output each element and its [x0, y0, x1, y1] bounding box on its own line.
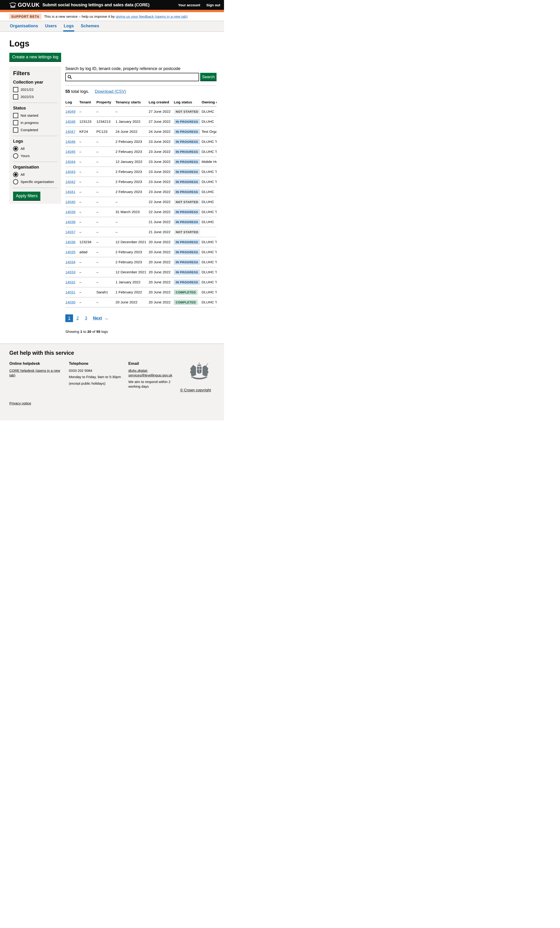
govuk-logo[interactable]: GOV.UK — [9, 2, 40, 8]
search-input[interactable] — [65, 73, 199, 81]
download-csv-link[interactable]: Download (CSV) — [95, 89, 126, 94]
log-link[interactable]: 14049 — [65, 110, 75, 113]
nav-tab-logs[interactable]: Logs — [63, 21, 74, 32]
checkbox[interactable] — [13, 113, 18, 118]
log-link[interactable]: 14040 — [65, 200, 75, 204]
cell-tenant: KF24 — [79, 127, 96, 137]
status-badge: IN PROGRESS — [174, 259, 200, 265]
filter-option-2021-22[interactable]: 2021/22 — [13, 87, 57, 92]
pagination-page-2[interactable]: 2 — [74, 314, 81, 322]
radio-button[interactable] — [13, 179, 18, 185]
table-row: 14043––2 February 202323 June 2022IN PRO… — [65, 167, 217, 177]
table-row: 14046––2 February 202323 June 2022IN PRO… — [65, 137, 217, 147]
phase-banner-text-before: This is a new service – help us improve … — [44, 14, 116, 18]
table-row: 14037–––21 June 2022NOT STARTED — [65, 227, 217, 237]
log-link[interactable]: 14039 — [65, 210, 75, 214]
footer-line: Monday to Friday, 9am to 5:30pm — [69, 375, 124, 379]
log-link[interactable]: 14043 — [65, 170, 75, 174]
pagination-page-3[interactable]: 3 — [82, 314, 90, 322]
filter-group-label-status: Status — [13, 106, 57, 111]
filter-option-all[interactable]: All — [13, 172, 57, 177]
crown-copyright-link[interactable]: © Crown copyright — [180, 388, 211, 392]
header-account-nav: Your accountSign out — [178, 3, 220, 7]
log-link[interactable]: 14035 — [65, 250, 75, 254]
log-link[interactable]: 14047 — [65, 130, 75, 133]
cell-log: 14035 — [65, 247, 79, 257]
log-link[interactable]: 14045 — [65, 150, 75, 154]
pagination-next-link[interactable]: Next — [93, 316, 102, 321]
cell-owning-organisation: DLUHC Test — [201, 247, 217, 257]
cell-log-created: 20 June 2022 — [149, 257, 174, 267]
logs-table-wrapper: LogTenantPropertyTenancy startsLog creat… — [65, 98, 217, 307]
footer-link-online-helpdesk[interactable]: CORE helpdesk (opens in a new tab) — [9, 369, 60, 377]
filter-option-completed[interactable]: Completed — [13, 127, 57, 133]
total-logs-suffix: total logs. — [70, 89, 89, 94]
privacy-notice-link[interactable]: Privacy notice — [9, 401, 31, 405]
checkbox[interactable] — [13, 120, 18, 125]
cell-property: 1234213 — [96, 117, 116, 127]
table-row: 14045––2 February 202323 June 2022IN PRO… — [65, 147, 217, 157]
log-link[interactable]: 14031 — [65, 290, 75, 294]
filter-option-2022-23[interactable]: 2022/23 — [13, 94, 57, 99]
filter-option-not-started[interactable]: Not started — [13, 113, 57, 118]
footer-line: CORE helpdesk (opens in a new tab) — [9, 368, 64, 378]
cell-log: 14036 — [65, 237, 79, 247]
service-name[interactable]: Submit social housing lettings and sales… — [43, 3, 150, 8]
log-link[interactable]: 14032 — [65, 280, 75, 284]
cell-owning-organisation: DLUHC Test — [201, 267, 217, 277]
log-link[interactable]: 14034 — [65, 260, 75, 264]
nav-tab-users[interactable]: Users — [44, 21, 57, 32]
cell-log-created: 23 June 2022 — [149, 167, 174, 177]
log-link[interactable]: 14037 — [65, 230, 75, 234]
nav-tab-schemes[interactable]: Schemes — [80, 21, 100, 32]
cell-tenant: – — [79, 257, 96, 267]
cell-owning-organisation: DLUHC Test — [201, 167, 217, 177]
cell-owning-organisation: DLUHC Test — [201, 147, 217, 157]
cell-log-created: 24 June 2022 — [149, 127, 174, 137]
cell-property: – — [96, 137, 116, 147]
log-link[interactable]: 14042 — [65, 180, 75, 184]
checkbox[interactable] — [13, 94, 18, 99]
log-link[interactable]: 14038 — [65, 220, 75, 224]
cell-tenancy-starts: 2 February 2023 — [116, 187, 149, 197]
create-lettings-log-button[interactable]: Create a new lettings log — [9, 53, 61, 61]
cell-log-status: COMPLETED — [174, 298, 201, 307]
filter-option-specific-organisation[interactable]: Specific organisation — [13, 179, 57, 185]
apply-filters-button[interactable]: Apply filters — [13, 192, 40, 200]
checkbox[interactable] — [13, 87, 18, 92]
filter-option-yours[interactable]: Yours — [13, 153, 57, 159]
header-link-sign-out[interactable]: Sign out — [206, 3, 220, 7]
cell-log-created: 21 June 2022 — [149, 217, 174, 227]
column-header-log-created: Log created — [149, 98, 174, 107]
filters-heading: Filters — [13, 70, 57, 76]
log-link[interactable]: 14033 — [65, 270, 75, 274]
cell-tenancy-starts: 2 February 2023 — [116, 167, 149, 177]
main-content: Logs Create a new lettings log Filters C… — [0, 39, 224, 334]
radio-button[interactable] — [13, 153, 18, 159]
radio-button[interactable] — [13, 146, 18, 151]
checkbox[interactable] — [13, 127, 18, 133]
radio-button[interactable] — [13, 172, 18, 177]
log-link[interactable]: 14048 — [65, 119, 75, 124]
log-link[interactable]: 14036 — [65, 240, 75, 244]
nav-tab-organisations[interactable]: Organisations — [9, 21, 38, 32]
filter-option-all[interactable]: All — [13, 146, 57, 151]
search-button[interactable]: Search — [200, 73, 217, 81]
pagination-page-1[interactable]: 1 — [65, 314, 73, 322]
royal-coat-of-arms-icon — [188, 362, 211, 383]
status-badge: IN PROGRESS — [174, 279, 200, 285]
table-row: 14041––2 February 202323 June 2022IN PRO… — [65, 187, 217, 197]
cell-property: – — [96, 237, 116, 247]
log-link[interactable]: 14046 — [65, 140, 75, 143]
filter-divider — [13, 162, 57, 162]
footer-link-email[interactable]: dluhc.digital-services@levellingup.gov.u… — [128, 369, 172, 377]
header-link-your-account[interactable]: Your account — [178, 3, 200, 7]
log-link[interactable]: 14030 — [65, 300, 75, 304]
cell-tenant: – — [79, 227, 96, 237]
filter-option-in-progress[interactable]: In progress — [13, 120, 57, 125]
cell-log: 14030 — [65, 298, 79, 307]
feedback-link[interactable]: giving us your feedback (opens in a new … — [116, 14, 188, 18]
log-link[interactable]: 14044 — [65, 160, 75, 163]
filter-group-label-organisation: Organisation — [13, 165, 57, 170]
log-link[interactable]: 14041 — [65, 190, 75, 194]
